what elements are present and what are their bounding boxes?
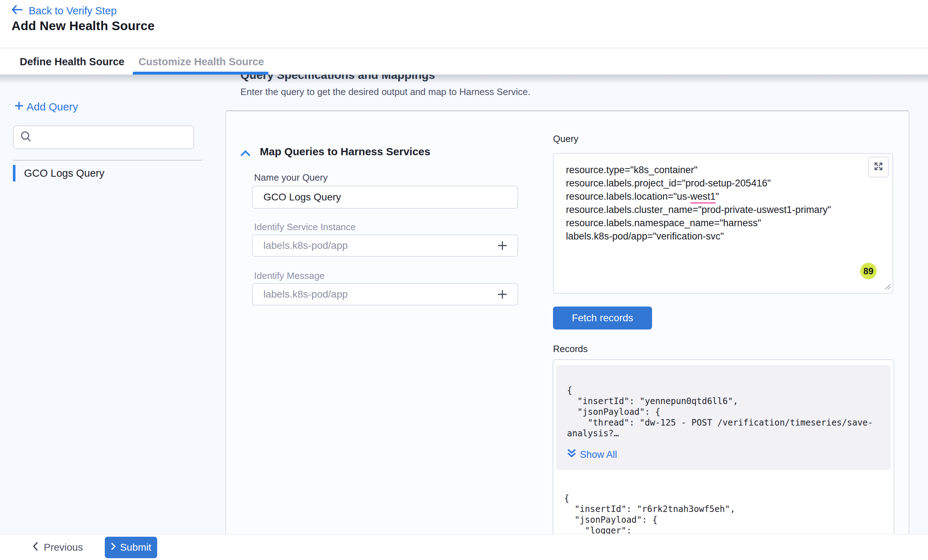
query-textarea[interactable]: resource.type="k8s_container" resource.l…	[553, 153, 893, 294]
health-source-tabbar: Define Health Source Customize Health So…	[0, 48, 928, 75]
fetch-records-button[interactable]: Fetch records	[553, 306, 652, 329]
tab-customize-health-source[interactable]: Customize Health Source	[139, 49, 264, 75]
service-instance-value: labels.k8s-pod/app	[263, 240, 348, 251]
collapse-section-icon[interactable]	[240, 149, 251, 159]
submit-label: Submit	[120, 542, 151, 553]
selected-indicator-bar	[13, 165, 15, 181]
map-queries-title: Map Queries to Harness Services	[260, 146, 430, 158]
query-search-box[interactable]	[13, 125, 194, 149]
name-your-query-label: Name your Query	[254, 172, 328, 183]
query-line: resource.labels.cluster_name="prod-priva…	[566, 203, 846, 216]
add-service-instance-button[interactable]	[495, 238, 510, 254]
query-label: Query	[553, 133, 578, 145]
back-arrow-icon	[11, 4, 23, 18]
message-input[interactable]: labels.k8s-pod/app	[252, 283, 518, 306]
resize-handle[interactable]	[884, 283, 891, 291]
section-subheading: Enter the query to get the desired outpu…	[240, 87, 530, 97]
sticky-header-shadow	[0, 75, 928, 84]
back-to-verify-step-link[interactable]: Back to Verify Step	[11, 4, 117, 18]
chevron-left-icon	[32, 541, 39, 554]
add-query-label: Add Query	[27, 101, 78, 113]
query-mapping-card: Map Queries to Harness Services Name you…	[225, 110, 909, 534]
query-item-label: GCO Logs Query	[24, 167, 104, 179]
wizard-footer: Previous Submit	[0, 534, 928, 560]
query-line: resource.labels.project_id="prod-setup-2…	[566, 177, 846, 190]
expand-icon	[873, 161, 884, 173]
query-name-value: GCO Logs Query	[263, 192, 341, 203]
misspelled-word: west1	[690, 191, 716, 204]
content-area: Query Specifications and Mappings Enter …	[0, 75, 928, 534]
chevron-right-icon	[110, 542, 116, 553]
grammar-count-badge[interactable]: 89	[860, 263, 877, 279]
section-heading: Query Specifications and Mappings	[240, 75, 435, 82]
records-panel: { "insertId": "yennepun0qtd6ll6", "jsonP…	[553, 359, 894, 534]
page-title: Add New Health Source	[11, 19, 155, 33]
query-list-item-gco-logs[interactable]: GCO Logs Query	[13, 164, 200, 182]
query-text: resource.type="k8s_container" resource.l…	[554, 154, 893, 243]
service-instance-input[interactable]: labels.k8s-pod/app	[252, 234, 518, 257]
record-json: { "insertId": "yennepun0qtd6ll6", "jsonP…	[567, 385, 883, 439]
expand-query-button[interactable]	[868, 157, 889, 178]
previous-button[interactable]: Previous	[32, 539, 83, 556]
query-name-input[interactable]: GCO Logs Query	[252, 186, 518, 208]
add-message-button[interactable]	[495, 286, 510, 302]
page-header: Back to Verify Step Add New Health Sourc…	[0, 0, 928, 48]
query-line: resource.type="k8s_container"	[566, 163, 846, 177]
show-all-label: Show All	[580, 449, 617, 460]
query-line: resource.labels.location="us-west1"	[566, 190, 846, 203]
record-item: { "insertId": "r6rk2tnah3owf5eh", "jsonP…	[553, 470, 894, 534]
plus-icon	[13, 100, 25, 114]
show-all-link[interactable]: Show All	[567, 448, 883, 461]
back-link-label: Back to Verify Step	[29, 5, 117, 17]
add-query-button[interactable]: Add Query	[13, 100, 78, 114]
query-line: resource.labels.namespace_name="harness"	[566, 216, 846, 230]
add-health-source-screen: Back to Verify Step Add New Health Sourc…	[0, 0, 928, 560]
active-tab-underline	[133, 72, 269, 75]
message-value: labels.k8s-pod/app	[263, 289, 348, 300]
identify-service-instance-label: Identify Service Instance	[254, 222, 356, 233]
sidebar-divider	[13, 160, 202, 161]
identify-message-label: Identify Message	[254, 270, 325, 282]
records-label: Records	[553, 344, 588, 355]
record-item: { "insertId": "yennepun0qtd6ll6", "jsonP…	[556, 365, 891, 470]
double-chevron-down-icon	[567, 448, 576, 461]
query-line: labels.k8s-pod/app="verification-svc"	[566, 230, 846, 243]
search-icon	[20, 131, 32, 144]
submit-button[interactable]: Submit	[105, 537, 157, 558]
previous-label: Previous	[44, 542, 83, 553]
tab-define-health-source[interactable]: Define Health Source	[20, 49, 125, 75]
query-search-input[interactable]	[37, 132, 180, 143]
